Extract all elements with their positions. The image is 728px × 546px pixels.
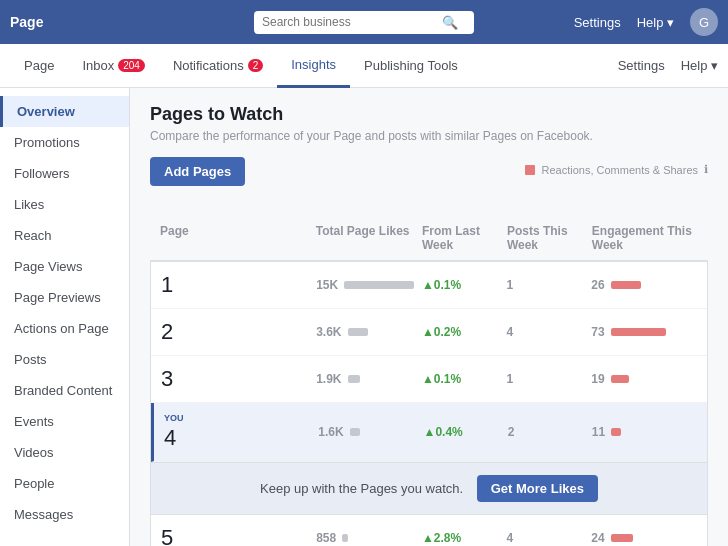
rank-num: 3	[161, 366, 316, 392]
col-header-likes: Total Page Likes	[316, 224, 422, 252]
engagement-bar	[611, 281, 641, 289]
sidebar-item-likes[interactable]: Likes	[0, 189, 129, 220]
search-bar: 🔍	[254, 11, 474, 34]
engagement-bar	[611, 375, 629, 383]
likes-value: 858	[316, 531, 336, 545]
engagement-container: 19	[591, 372, 697, 386]
you-engagement-value: 11	[592, 425, 605, 439]
you-label: YOU	[164, 413, 318, 423]
engagement-bar	[611, 328, 666, 336]
table-body: 1 15K ▲0.1% 1 26	[150, 261, 708, 546]
engagement-cell: 73	[591, 325, 697, 339]
you-likes-cell: 1.6K	[318, 425, 423, 439]
add-pages-button[interactable]: Add Pages	[150, 157, 245, 186]
you-engagement-container: 11	[592, 425, 697, 439]
legend-color-box	[525, 165, 535, 175]
sidebar-item-page-previews[interactable]: Page Previews	[0, 282, 129, 313]
bar-container: 858	[316, 531, 422, 545]
you-rank-cell: YOU 4	[164, 413, 318, 451]
sidebar-item-promotions[interactable]: Promotions	[0, 127, 129, 158]
table-row-you: YOU 4 1.6K ▲0.4% 2 11	[151, 403, 707, 462]
table-row: 1 15K ▲0.1% 1 26	[151, 262, 707, 309]
engagement-cell: 26	[591, 278, 697, 292]
you-likes-bar	[350, 428, 360, 436]
rank-num: 1	[161, 272, 316, 298]
sidebar-item-people[interactable]: People	[0, 468, 129, 499]
bar-container: 3.6K	[316, 325, 422, 339]
bar-container: 1.9K	[316, 372, 422, 386]
sidebar-item-followers[interactable]: Followers	[0, 158, 129, 189]
legend-label: Reactions, Comments & Shares	[541, 164, 698, 176]
you-likes-value: 1.6K	[318, 425, 343, 439]
legend-info-icon: ℹ	[704, 163, 708, 176]
help-nav[interactable]: Help ▾	[637, 15, 674, 30]
nav-notifications[interactable]: Notifications 2	[159, 44, 277, 88]
page-subtitle: Compare the performance of your Page and…	[150, 129, 708, 143]
layout: OverviewPromotionsFollowersLikesReachPag…	[0, 88, 728, 546]
search-input[interactable]	[262, 15, 442, 29]
posts-cell: 1	[507, 278, 592, 292]
engagement-bar	[611, 534, 633, 542]
nav-publishing-tools[interactable]: Publishing Tools	[350, 44, 472, 88]
likes-cell: 1.9K	[316, 372, 422, 386]
sidebar-item-messages[interactable]: Messages	[0, 499, 129, 530]
you-bar-container: 1.6K	[318, 425, 423, 439]
cta-text: Keep up with the Pages you watch.	[260, 481, 463, 496]
engagement-cell: 24	[591, 531, 697, 545]
you-change-cell: ▲0.4%	[424, 425, 508, 439]
nav-help[interactable]: Help ▾	[681, 58, 718, 73]
likes-value: 15K	[316, 278, 338, 292]
inbox-badge: 204	[118, 59, 145, 72]
sidebar: OverviewPromotionsFollowersLikesReachPag…	[0, 88, 130, 546]
nav-settings[interactable]: Settings	[618, 58, 665, 73]
you-engagement-bar	[611, 428, 621, 436]
sidebar-item-overview[interactable]: Overview	[0, 96, 129, 127]
you-engagement-cell: 11	[592, 425, 697, 439]
table-row: 2 3.6K ▲0.2% 4 73	[151, 309, 707, 356]
nav-inbox[interactable]: Inbox 204	[68, 44, 159, 88]
table-row: 3 1.9K ▲0.1% 1 19	[151, 356, 707, 403]
notifications-badge: 2	[248, 59, 264, 72]
rank-num: 5	[161, 525, 316, 546]
change-cell: ▲0.1%	[422, 278, 507, 292]
likes-cell: 3.6K	[316, 325, 422, 339]
top-nav-right: Settings Help ▾ G	[574, 8, 718, 36]
get-more-likes-button[interactable]: Get More Likes	[477, 475, 598, 502]
legend: Reactions, Comments & Shares ℹ	[525, 163, 708, 176]
avatar[interactable]: G	[690, 8, 718, 36]
sidebar-item-events[interactable]: Events	[0, 406, 129, 437]
likes-value: 3.6K	[316, 325, 341, 339]
engagement-container: 73	[591, 325, 697, 339]
nav-insights[interactable]: Insights	[277, 44, 350, 88]
likes-bar	[348, 328, 368, 336]
sidebar-item-branded-content[interactable]: Branded Content	[0, 375, 129, 406]
likes-bar	[344, 281, 414, 289]
likes-cell: 858	[316, 531, 422, 545]
likes-bar	[348, 375, 360, 383]
engagement-value: 73	[591, 325, 604, 339]
sidebar-item-page-views[interactable]: Page Views	[0, 251, 129, 282]
settings-nav[interactable]: Settings	[574, 15, 621, 30]
sidebar-item-posts[interactable]: Posts	[0, 344, 129, 375]
top-nav: Page 🔍 Settings Help ▾ G	[0, 0, 728, 44]
col-header-posts: Posts This Week	[507, 224, 592, 252]
you-rank-num: 4	[164, 425, 318, 451]
engagement-value: 26	[591, 278, 604, 292]
sidebar-item-actions-on-page[interactable]: Actions on Page	[0, 313, 129, 344]
change-cell: ▲2.8%	[422, 531, 507, 545]
rank-cell: 2	[161, 319, 316, 345]
change-cell: ▲0.2%	[422, 325, 507, 339]
change-cell: ▲0.1%	[422, 372, 507, 386]
cta-banner: Keep up with the Pages you watch. Get Mo…	[151, 462, 707, 515]
sidebar-item-videos[interactable]: Videos	[0, 437, 129, 468]
bar-container: 15K	[316, 278, 422, 292]
col-header-page: Page	[160, 224, 316, 252]
page-title: Pages to Watch	[150, 104, 708, 125]
main-content: Pages to Watch Compare the performance o…	[130, 88, 728, 546]
engagement-container: 24	[591, 531, 697, 545]
search-button[interactable]: 🔍	[442, 15, 458, 30]
rank-cell: 1	[161, 272, 316, 298]
nav-page[interactable]: Page	[10, 44, 68, 88]
sidebar-item-reach[interactable]: Reach	[0, 220, 129, 251]
page-nav-item[interactable]: Page	[10, 14, 43, 30]
